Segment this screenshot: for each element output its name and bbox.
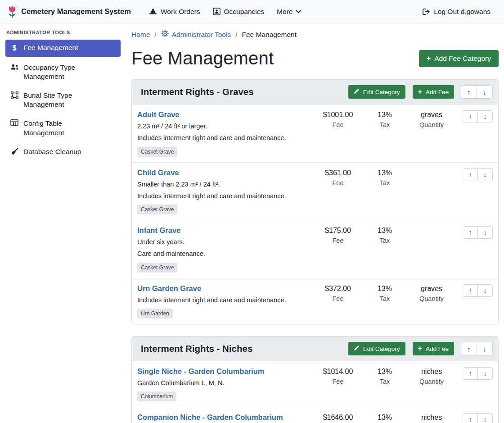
move-fee-down-button[interactable]: ↓ xyxy=(477,413,493,423)
edit-category-button[interactable]: Edit Category xyxy=(348,85,406,99)
fee-amount: $372.00 Fee xyxy=(315,284,361,302)
fee-description: Under six years. xyxy=(137,237,315,246)
fee-name-link[interactable]: Companion Niche - Garden Columbarium xyxy=(137,413,283,422)
breadcrumb-admin-tools-link[interactable]: Administrator Tools xyxy=(172,31,231,39)
move-fee-up-button[interactable]: ↑ xyxy=(463,367,478,380)
move-fee-up-button[interactable]: ↑ xyxy=(463,284,478,297)
sidebar-item-database-cleanup[interactable]: Database Cleanup xyxy=(5,144,121,160)
logout-link[interactable]: Log Out d.gowans xyxy=(416,5,497,18)
arrow-down-icon: ↓ xyxy=(483,88,486,96)
logout-icon xyxy=(422,8,430,15)
fee-type-badge: Urn Garden xyxy=(137,309,173,318)
fee-type-badge: Casket Grave xyxy=(137,147,177,157)
fee-tax: 13% Tax xyxy=(361,110,408,128)
chevron-down-icon xyxy=(296,10,301,14)
sidebar-item-label: Occupancy Type Management xyxy=(23,63,104,81)
arrow-up-icon: ↑ xyxy=(469,171,472,178)
fee-amount: $1001.00 Fee xyxy=(315,110,361,128)
arrow-down-icon: ↓ xyxy=(484,113,487,120)
fee-description: Includes interment right and care and ma… xyxy=(137,133,315,142)
users-icon xyxy=(10,64,19,70)
arrow-down-icon: ↓ xyxy=(484,171,487,178)
move-fee-down-button[interactable]: ↓ xyxy=(477,284,493,297)
hard-hat-icon xyxy=(149,8,157,15)
fee-quantity: graves Quantity xyxy=(408,284,455,302)
move-fee-down-button[interactable]: ↓ xyxy=(477,367,493,380)
plus-icon: + xyxy=(427,55,431,62)
fee-name-link[interactable]: Child Grave xyxy=(137,168,179,177)
arrow-up-icon: ↑ xyxy=(467,345,471,353)
breadcrumb: Home / xyxy=(131,30,499,39)
top-navbar: Cemetery Management System Work Orders O… xyxy=(0,0,504,23)
move-category-down-button[interactable]: ↓ xyxy=(477,85,493,99)
fee-name-link[interactable]: Single Niche - Garden Columbarium xyxy=(137,367,264,376)
fee-reorder-buttons: ↑ ↓ xyxy=(463,284,493,297)
fee-type-badge: Casket Grave xyxy=(137,263,177,273)
breadcrumb-current: Fee Management xyxy=(242,31,297,39)
sidebar-item-label: Database Cleanup xyxy=(23,147,81,156)
fee-tax: 13% Tax xyxy=(361,367,408,385)
occupancy-person-box-icon xyxy=(213,8,220,15)
fee-name-link[interactable]: Infant Grave xyxy=(137,226,180,235)
add-fee-button[interactable]: + Add Fee xyxy=(412,85,454,99)
sidebar-item-config-table-management[interactable]: Config Table Management xyxy=(5,115,121,141)
category-card-graves: Interment Rights - Graves Edit Category … xyxy=(131,79,499,324)
edit-category-label: Edit Category xyxy=(363,346,400,352)
move-category-up-button[interactable]: ↑ xyxy=(461,85,477,99)
fee-reorder-buttons: ↑ ↓ xyxy=(463,367,493,380)
nav-more[interactable]: More xyxy=(270,5,307,18)
add-fee-label: Add Fee xyxy=(426,346,449,352)
table-icon xyxy=(10,119,19,126)
fee-description: Garden Columbarium L, M, N. xyxy=(137,378,315,387)
fee-reorder-buttons: ↑ ↓ xyxy=(463,168,493,181)
move-category-up-button[interactable]: ↑ xyxy=(461,342,477,355)
move-fee-down-button[interactable]: ↓ xyxy=(477,168,493,181)
breadcrumb-separator: / xyxy=(154,31,156,39)
fee-tax: 13% Tax xyxy=(361,168,408,186)
fee-quantity xyxy=(408,168,455,169)
move-category-down-button[interactable]: ↓ xyxy=(477,342,493,355)
breadcrumb-home-link[interactable]: Home xyxy=(131,31,150,39)
fee-tax: 13% Tax xyxy=(361,284,408,302)
category-header: Interment Rights - Niches Edit Category … xyxy=(132,337,498,361)
fee-description: Includes interment right and care and ma… xyxy=(137,191,315,200)
plus-icon: + xyxy=(418,345,422,352)
add-fee-category-label: Add Fee Category xyxy=(434,55,491,63)
move-fee-down-button[interactable]: ↓ xyxy=(477,226,493,239)
move-fee-up-button[interactable]: ↑ xyxy=(463,168,478,181)
fee-row: Infant Grave Under six years. Care and m… xyxy=(132,220,498,278)
edit-category-button[interactable]: Edit Category xyxy=(348,341,406,356)
sidebar-item-fee-management[interactable]: $ Fee Management xyxy=(5,40,121,57)
fee-name-link[interactable]: Urn Garden Grave xyxy=(137,284,201,293)
page-title: Fee Management xyxy=(131,48,274,68)
sidebar-item-burial-site-type-management[interactable]: Burial Site Type Management xyxy=(5,87,121,113)
fee-description: Includes interment right and care and ma… xyxy=(137,296,315,305)
fee-name-link[interactable]: Adult Grave xyxy=(137,110,180,119)
fee-amount: $1646.00 Fee xyxy=(315,413,361,423)
sidebar: ADMINISTRATOR TOOLS $ Fee Management Occ… xyxy=(0,23,126,163)
nav-occupancies[interactable]: Occupancies xyxy=(207,5,271,18)
nav-more-label: More xyxy=(277,8,292,16)
category-reorder-buttons: ↑ ↓ xyxy=(461,85,493,99)
arrow-up-icon: ↑ xyxy=(469,287,472,294)
sidebar-item-occupancy-type-management[interactable]: Occupancy Type Management xyxy=(5,59,121,85)
arrow-down-icon: ↓ xyxy=(484,370,487,377)
category-reorder-buttons: ↑ ↓ xyxy=(461,342,493,355)
move-fee-down-button[interactable]: ↓ xyxy=(477,110,493,123)
add-fee-category-button[interactable]: + Add Fee Category xyxy=(419,50,499,67)
dollar-icon: $ xyxy=(10,44,19,53)
fee-reorder-buttons: ↑ ↓ xyxy=(463,413,493,423)
move-fee-up-button[interactable]: ↑ xyxy=(463,413,478,423)
fee-reorder-buttons: ↑ ↓ xyxy=(463,110,493,123)
arrow-up-icon: ↑ xyxy=(469,113,472,120)
category-title: Interment Rights - Niches xyxy=(141,343,252,354)
app-title: Cemetery Management System xyxy=(21,7,131,16)
add-fee-button[interactable]: + Add Fee xyxy=(412,341,454,356)
move-fee-up-button[interactable]: ↑ xyxy=(463,110,478,123)
arrow-up-icon: ↑ xyxy=(469,229,472,236)
arrow-down-icon: ↓ xyxy=(484,229,487,236)
move-fee-up-button[interactable]: ↑ xyxy=(463,226,478,239)
fee-row: Single Niche - Garden Columbarium Garden… xyxy=(132,361,498,407)
sidebar-item-label: Fee Management xyxy=(23,43,78,52)
nav-work-orders[interactable]: Work Orders xyxy=(143,5,207,18)
